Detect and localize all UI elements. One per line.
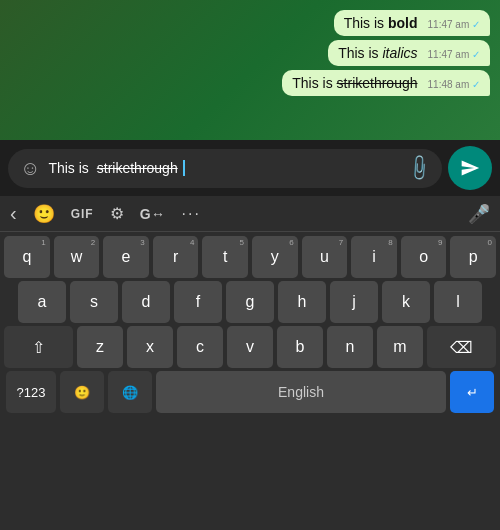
key-symbol[interactable]: ?123 [6, 371, 56, 413]
key-f[interactable]: f [174, 281, 222, 323]
key-y[interactable]: 6y [252, 236, 298, 278]
msg-time-3: 11:48 am [428, 79, 470, 90]
key-u[interactable]: 7u [302, 236, 348, 278]
key-shift[interactable]: ⇧ [4, 326, 73, 368]
message-italic: This is italics 11:47 am ✓ [328, 40, 490, 66]
key-row-bottom: ?123 🙂 🌐 English ↵ [2, 371, 498, 413]
msg-check-3: ✓ [472, 79, 480, 90]
key-g[interactable]: g [226, 281, 274, 323]
key-emoji[interactable]: 🙂 [60, 371, 104, 413]
key-m[interactable]: m [377, 326, 423, 368]
key-x[interactable]: x [127, 326, 173, 368]
key-backspace[interactable]: ⌫ [427, 326, 496, 368]
msg-time-2: 11:47 am [428, 49, 470, 60]
gif-button[interactable]: GIF [71, 207, 94, 221]
keyboard: 1q 2w 3e 4r 5t 6y 7u 8i 9o 0p a s d f g … [0, 232, 500, 530]
input-prefix: This is [48, 160, 92, 176]
message-bold: This is bold 11:47 am ✓ [334, 10, 490, 36]
key-j[interactable]: j [330, 281, 378, 323]
send-button[interactable] [448, 146, 492, 190]
message-strikethrough: This is strikethrough 11:48 am ✓ [282, 70, 490, 96]
key-l[interactable]: l [434, 281, 482, 323]
key-enter[interactable]: ↵ [450, 371, 494, 413]
key-b[interactable]: b [277, 326, 323, 368]
msg-time-1: 11:47 am [428, 19, 470, 30]
keyboard-settings-button[interactable]: ⚙ [110, 204, 124, 223]
keyboard-toolbar: ‹ 🙂 GIF ⚙ G↔ ··· 🎤 [0, 196, 500, 232]
text-cursor [183, 160, 185, 176]
input-styled-text: strikethrough [97, 160, 178, 176]
key-h[interactable]: h [278, 281, 326, 323]
input-area: ☺ This is strikethrough 📎 [0, 140, 500, 196]
key-z[interactable]: z [77, 326, 123, 368]
key-r[interactable]: 4r [153, 236, 199, 278]
key-c[interactable]: c [177, 326, 223, 368]
send-icon [460, 158, 480, 178]
emoji-button[interactable]: ☺ [20, 157, 40, 180]
sticker-button[interactable]: 🙂 [33, 203, 55, 225]
key-row-3: ⇧ z x c v b n m ⌫ [2, 326, 498, 368]
key-w[interactable]: 2w [54, 236, 100, 278]
msg-check-1: ✓ [472, 19, 480, 30]
key-i[interactable]: 8i [351, 236, 397, 278]
message-input-box[interactable]: ☺ This is strikethrough 📎 [8, 149, 442, 188]
chat-area: This is bold 11:47 am ✓ This is italics … [0, 0, 500, 140]
key-e[interactable]: 3e [103, 236, 149, 278]
key-q[interactable]: 1q [4, 236, 50, 278]
key-space[interactable]: English [156, 371, 446, 413]
key-p[interactable]: 0p [450, 236, 496, 278]
key-n[interactable]: n [327, 326, 373, 368]
keyboard-back-button[interactable]: ‹ [10, 202, 17, 225]
translate-button[interactable]: G↔ [140, 206, 166, 222]
key-o[interactable]: 9o [401, 236, 447, 278]
key-row-1: 1q 2w 3e 4r 5t 6y 7u 8i 9o 0p [2, 236, 498, 278]
input-text[interactable]: This is strikethrough [48, 160, 400, 176]
key-k[interactable]: k [382, 281, 430, 323]
more-options-button[interactable]: ··· [182, 205, 201, 223]
key-d[interactable]: d [122, 281, 170, 323]
key-s[interactable]: s [70, 281, 118, 323]
key-row-2: a s d f g h j k l [2, 281, 498, 323]
key-a[interactable]: a [18, 281, 66, 323]
mic-button[interactable]: 🎤 [468, 203, 490, 225]
msg-check-2: ✓ [472, 49, 480, 60]
key-v[interactable]: v [227, 326, 273, 368]
key-t[interactable]: 5t [202, 236, 248, 278]
attach-button[interactable]: 📎 [403, 152, 434, 183]
key-globe[interactable]: 🌐 [108, 371, 152, 413]
